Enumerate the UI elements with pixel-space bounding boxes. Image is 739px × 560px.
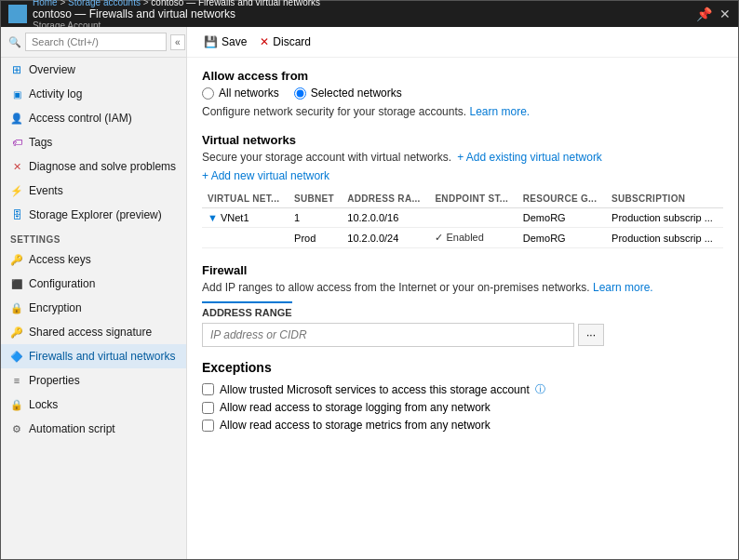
settings-section-label: SETTINGS (1, 227, 186, 247)
address-input-row: ··· (202, 323, 723, 347)
allow-access-label: Allow access from (202, 69, 723, 83)
cell-resource-group: DemoRG (517, 228, 606, 248)
col-address: ADDRESS RA... (342, 190, 429, 208)
breadcrumb-home[interactable]: Home (33, 0, 58, 7)
automation-icon: ⚙ (10, 422, 23, 435)
address-range-input[interactable] (202, 323, 574, 347)
window-title: contoso — Firewalls and virtual networks (33, 7, 320, 20)
nav-list: ⊞ Overview ▣ Activity log 👤 Access contr… (1, 58, 186, 559)
selected-networks-label: Selected networks (311, 87, 402, 100)
cell-vnet-name (202, 228, 289, 248)
save-button[interactable]: 💾 Save (198, 33, 252, 51)
cell-resource-group: DemoRG (517, 208, 606, 228)
sidebar-item-label: Diagnose and solve problems (29, 160, 176, 173)
exception-label-2: Allow read access to storage logging fro… (220, 401, 490, 414)
firewalls-icon: 🔷 (10, 350, 23, 363)
sidebar-item-label: Storage Explorer (preview) (29, 208, 162, 221)
sidebar-item-firewalls[interactable]: 🔷 Firewalls and virtual networks (1, 344, 186, 368)
selected-networks-option[interactable]: Selected networks (294, 87, 402, 100)
sidebar-item-label: Activity log (29, 87, 82, 100)
sidebar-item-label: Configuration (29, 277, 95, 290)
info-icon-1[interactable]: ⓘ (535, 382, 545, 396)
sidebar-item-access-control[interactable]: 👤 Access control (IAM) (1, 106, 186, 130)
exceptions-section: Exceptions Allow trusted Microsoft servi… (202, 360, 723, 432)
search-icon: 🔍 (8, 36, 21, 48)
address-range-label: ADDRESS RANGE (202, 301, 292, 318)
add-existing-link[interactable]: + Add existing virtual network (457, 151, 602, 164)
diagnose-icon: ✕ (10, 160, 23, 173)
sidebar-item-configuration[interactable]: ⬛ Configuration (1, 272, 186, 296)
cell-endpoint (429, 208, 517, 228)
cell-subnet: 1 (289, 208, 342, 228)
configuration-icon: ⬛ (10, 277, 23, 290)
breadcrumb: Home > Storage accounts > contoso — Fire… (33, 0, 320, 7)
exception-item-1: Allow trusted Microsoft services to acce… (202, 382, 723, 396)
table-header-row: VIRTUAL NET... SUBNET ADDRESS RA... ENDP… (202, 190, 723, 208)
access-control-icon: 👤 (10, 112, 23, 125)
activity-log-icon: ▣ (10, 87, 23, 100)
table-body: ▼ VNet1 1 10.2.0.0/16 DemoRG Production … (202, 208, 723, 248)
network-security-desc: Configure network security for your stor… (202, 105, 723, 118)
sidebar-item-locks[interactable]: 🔒 Locks (1, 393, 186, 417)
ellipsis-button[interactable]: ··· (578, 324, 604, 346)
enabled-badge: ✓ Enabled (435, 232, 483, 243)
app-icon (8, 5, 27, 23)
search-input[interactable] (25, 33, 167, 51)
all-networks-option[interactable]: All networks (202, 87, 279, 100)
sidebar-item-tags[interactable]: 🏷 Tags (1, 130, 186, 154)
exception-checkbox-1[interactable] (202, 383, 214, 395)
pin-icon[interactable]: 📌 (696, 7, 712, 21)
virtual-networks-desc: Secure your storage account with virtual… (202, 151, 451, 164)
overview-icon: ⊞ (10, 63, 23, 76)
shared-access-icon: 🔑 (10, 326, 23, 339)
sidebar-item-encryption[interactable]: 🔒 Encryption (1, 296, 186, 320)
discard-button[interactable]: ✕ Discard (254, 33, 316, 51)
cell-endpoint: ✓ Enabled (429, 228, 517, 248)
col-resource: RESOURCE G... (517, 190, 606, 208)
selected-networks-radio[interactable] (294, 87, 306, 100)
sidebar-item-label: Events (29, 184, 63, 197)
col-subscription: SUBSCRIPTION (606, 190, 723, 208)
cell-subnet: Prod (289, 228, 342, 248)
sidebar-item-activity-log[interactable]: ▣ Activity log (1, 82, 186, 106)
all-networks-radio[interactable] (202, 87, 214, 100)
encryption-icon: 🔒 (10, 301, 23, 314)
toolbar: 💾 Save ✕ Discard (187, 27, 738, 58)
tags-icon: 🏷 (10, 136, 23, 149)
sidebar-item-automation[interactable]: ⚙ Automation script (1, 417, 186, 441)
title-bar: Home > Storage accounts > contoso — Fire… (1, 1, 738, 27)
sidebar-item-storage-explorer[interactable]: 🗄 Storage Explorer (preview) (1, 203, 186, 227)
properties-icon: ≡ (10, 374, 23, 387)
virtual-networks-table: VIRTUAL NET... SUBNET ADDRESS RA... ENDP… (202, 190, 723, 248)
discard-label: Discard (273, 35, 311, 48)
sidebar-item-label: Firewalls and virtual networks (29, 350, 175, 363)
access-keys-icon: 🔑 (10, 253, 23, 266)
app-body: 🔍 « ⊞ Overview ▣ Activity log 👤 Access c… (1, 27, 738, 559)
cell-address: 10.2.0.0/16 (342, 208, 429, 228)
main-content: 💾 Save ✕ Discard Allow access from All (187, 27, 738, 559)
add-new-link[interactable]: + Add new virtual network (202, 169, 329, 182)
close-icon[interactable]: ✕ (719, 7, 731, 21)
title-bar-actions: 📌 ✕ (696, 7, 731, 21)
sidebar-item-overview[interactable]: ⊞ Overview (1, 58, 186, 82)
cell-subscription: Production subscrip ... (606, 228, 723, 248)
collapse-button[interactable]: « (170, 34, 185, 50)
sidebar-item-events[interactable]: ⚡ Events (1, 179, 186, 203)
exception-checkbox-3[interactable] (202, 420, 214, 432)
virtual-networks-header: Secure your storage account with virtual… (202, 151, 723, 164)
firewall-learn-more-link[interactable]: Learn more. (593, 281, 653, 294)
sidebar-item-diagnose[interactable]: ✕ Diagnose and solve problems (1, 154, 186, 179)
learn-more-link[interactable]: Learn more. (469, 105, 530, 118)
firewall-section: Firewall Add IP ranges to allow access f… (202, 263, 723, 347)
firewall-desc: Add IP ranges to allow access from the I… (202, 281, 723, 294)
breadcrumb-storage[interactable]: Storage accounts (68, 0, 141, 7)
exceptions-title: Exceptions (202, 360, 723, 375)
exception-checkbox-2[interactable] (202, 402, 214, 414)
sidebar-item-access-keys[interactable]: 🔑 Access keys (1, 247, 186, 272)
expand-icon[interactable]: ▼ (208, 212, 218, 223)
sidebar-item-properties[interactable]: ≡ Properties (1, 368, 186, 393)
sidebar-item-label: Properties (29, 374, 80, 387)
sidebar-item-shared-access[interactable]: 🔑 Shared access signature (1, 320, 186, 344)
add-new-container: + Add new virtual network (202, 169, 723, 182)
virtual-networks-title: Virtual networks (202, 133, 723, 147)
